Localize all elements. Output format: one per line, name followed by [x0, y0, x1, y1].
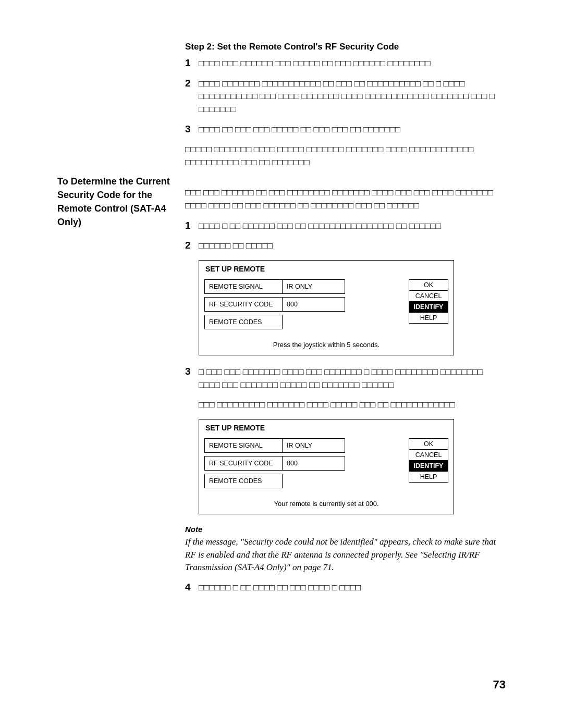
- list-number: 2: [185, 240, 199, 253]
- list-number: 1: [185, 220, 199, 233]
- paragraph: □□□□□ □□□□□□□ □□□□ □□□□□ □□□□□□□ □□□□□□□…: [185, 143, 506, 169]
- help-button[interactable]: HELP: [409, 472, 448, 483]
- remote-signal-value: IR ONLY: [283, 438, 345, 453]
- list-text: □□□□□□ □□ □□□□□: [199, 240, 273, 253]
- remote-signal-value: IR ONLY: [283, 279, 345, 294]
- page-number: 73: [493, 678, 506, 692]
- setup-remote-panel: SET UP REMOTE REMOTE SIGNAL IR ONLY RF S…: [199, 419, 454, 514]
- paragraph: □□□ □□□ □□□□□□ □□ □□□ □□□□□□□□ □□□□□□□ □…: [185, 187, 506, 212]
- setup-remote-panel: SET UP REMOTE REMOTE SIGNAL IR ONLY RF S…: [199, 260, 454, 355]
- rf-security-code-label: RF SECURITY CODE: [204, 456, 283, 471]
- remote-codes-label: REMOTE CODES: [204, 474, 283, 488]
- cancel-button[interactable]: CANCEL: [409, 291, 448, 302]
- list-text: □□□□ □□□ □□□□□□ □□□ □□□□□ □□ □□□ □□□□□□ …: [199, 57, 431, 70]
- list-number: 2: [185, 78, 199, 116]
- note-body: If the message, "Security code could not…: [185, 536, 506, 574]
- list-text: □□□□ □□ □□□ □□□ □□□□□ □□ □□□ □□□ □□ □□□□…: [199, 124, 400, 137]
- main-list-c: 4 □□□□□□ □ □□ □□□□ □□ □□□ □□□□ □ □□□□: [185, 582, 506, 595]
- list-text: □ □□□ □□□ □□□□□□□ □□□□ □□□ □□□□□□□ □ □□□…: [199, 366, 506, 391]
- panel-status: Press the joystick within 5 seconds.: [199, 338, 454, 355]
- list-number: 4: [185, 582, 199, 595]
- list-number: 3: [185, 124, 199, 137]
- remote-signal-label: REMOTE SIGNAL: [204, 279, 283, 294]
- ok-button[interactable]: OK: [409, 438, 448, 450]
- rf-security-code-value: 000: [283, 456, 345, 471]
- identify-button[interactable]: IDENTIFY: [409, 461, 448, 472]
- panel-title: SET UP REMOTE: [199, 419, 454, 435]
- note-label: Note: [185, 525, 506, 534]
- remote-signal-label: REMOTE SIGNAL: [204, 438, 283, 453]
- list-text: □□□□ □□□□□□□ □□□□□□□□□□□ □□ □□□ □□ □□□□□…: [199, 78, 506, 116]
- panel-status: Your remote is currently set at 000.: [199, 497, 454, 514]
- identify-button[interactable]: IDENTIFY: [409, 302, 448, 313]
- paragraph: □□□ □□□□□□□□□ □□□□□□□ □□□□ □□□□□ □□□ □□ …: [199, 399, 506, 412]
- list-text: □□□□ □ □□ □□□□□□ □□□ □□ □□□□□□□□□□□□□□□□…: [199, 220, 441, 233]
- ok-button[interactable]: OK: [409, 279, 448, 291]
- help-button[interactable]: HELP: [409, 313, 448, 324]
- step-list: 1 □□□□ □□□ □□□□□□ □□□ □□□□□ □□ □□□ □□□□□…: [185, 57, 506, 136]
- main-list-b: 3 □ □□□ □□□ □□□□□□□ □□□□ □□□ □□□□□□□ □ □…: [185, 366, 506, 391]
- main-list-a: 1 □□□□ □ □□ □□□□□□ □□□ □□ □□□□□□□□□□□□□□…: [185, 220, 506, 253]
- list-text: □□□□□□ □ □□ □□□□ □□ □□□ □□□□ □ □□□□: [199, 582, 361, 595]
- panel-title: SET UP REMOTE: [199, 261, 454, 276]
- sidebar-heading: To Determine the Current Security Code f…: [57, 175, 185, 229]
- rf-security-code-label: RF SECURITY CODE: [204, 297, 283, 312]
- step-heading: Step 2: Set the Remote Control's RF Secu…: [185, 42, 506, 52]
- list-number: 1: [185, 57, 199, 70]
- list-number: 3: [185, 366, 199, 391]
- cancel-button[interactable]: CANCEL: [409, 450, 448, 461]
- rf-security-code-value: 000: [283, 297, 345, 312]
- remote-codes-label: REMOTE CODES: [204, 315, 283, 329]
